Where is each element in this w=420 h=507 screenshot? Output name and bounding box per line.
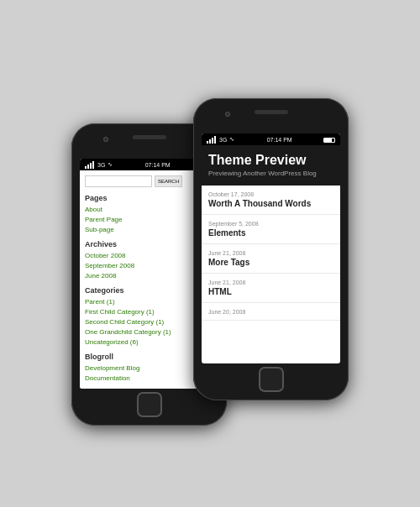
signal-bars-1 — [85, 161, 94, 169]
post-title-3: HTML — [208, 287, 333, 296]
post-item-3[interactable]: June 21, 2008 HTML — [202, 274, 340, 303]
network-label-1: 3G — [97, 162, 105, 168]
post-date-4: June 20, 2008 — [208, 309, 333, 315]
bar3b — [212, 138, 213, 144]
bar4 — [92, 161, 94, 169]
status-left-2: 3G ∿ — [207, 136, 235, 144]
bar4b — [214, 136, 216, 144]
post-title-1: Elements — [208, 228, 333, 238]
post-item-4[interactable]: June 20, 2008 — [202, 303, 340, 321]
network-label-2: 3G — [219, 137, 227, 143]
post-item-2[interactable]: June 21, 2008 More Tags — [202, 244, 340, 274]
signal-bars-2 — [207, 136, 216, 144]
iphone-2: 3G ∿ 07:14 PM Theme Preview Previewing A… — [193, 98, 349, 400]
wifi-icon-2: ∿ — [229, 136, 234, 143]
time-label-1: 07:14 PM — [145, 162, 171, 168]
time-label-2: 07:14 PM — [267, 137, 292, 143]
post-date-3: June 21, 2008 — [208, 280, 333, 285]
status-left-1: 3G ∿ — [85, 161, 113, 169]
bar2 — [87, 165, 89, 169]
post-date-2: June 21, 2008 — [208, 250, 333, 256]
bar2b — [209, 139, 211, 144]
status-bar-2: 3G ∿ 07:14 PM — [202, 133, 340, 145]
post-item-0[interactable]: October 17, 2008 Worth A Thousand Words — [202, 186, 340, 215]
bar3 — [90, 163, 92, 169]
theme-preview-title: Theme Preview — [208, 152, 333, 168]
screen-2: 3G ∿ 07:14 PM Theme Preview Previewing A… — [202, 133, 340, 363]
home-button-2[interactable] — [259, 367, 284, 392]
theme-preview-subtitle: Previewing Another WordPress Blog — [208, 170, 333, 177]
post-title-2: More Tags — [208, 258, 333, 267]
camera-icon — [103, 137, 108, 142]
bar1 — [85, 166, 87, 169]
post-item-1[interactable]: September 5, 2008 Elements — [202, 215, 340, 244]
theme-preview-header: Theme Preview Previewing Another WordPre… — [202, 145, 340, 186]
search-button[interactable]: SEARCH — [155, 175, 182, 187]
wifi-icon-1: ∿ — [108, 161, 113, 168]
home-button-1[interactable] — [137, 392, 162, 417]
post-date-1: September 5, 2008 — [208, 221, 333, 227]
post-date-0: October 17, 2008 — [208, 191, 333, 197]
phones-container: 3G ∿ 07:14 PM SEARCH Pages About — [71, 98, 349, 426]
bar1b — [207, 141, 208, 144]
camera-icon-2 — [225, 112, 230, 117]
posts-list: October 17, 2008 Worth A Thousand Words … — [202, 186, 340, 321]
search-input[interactable] — [85, 175, 152, 187]
battery-2 — [323, 136, 335, 142]
post-title-0: Worth A Thousand Words — [208, 199, 333, 208]
